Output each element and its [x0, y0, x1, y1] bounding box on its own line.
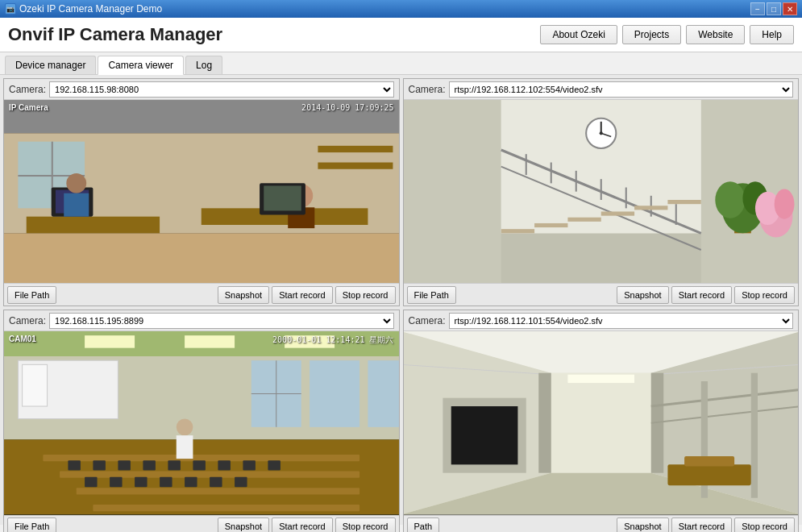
- camera-3-start-record-button[interactable]: Start record: [272, 517, 332, 532]
- title-bar: 📷 Ozeki IP Camera Manager Demo − □ ✕: [0, 0, 802, 18]
- camera-3-stop-record-button[interactable]: Stop record: [335, 517, 396, 532]
- svg-rect-68: [93, 461, 106, 471]
- camera-3-label: Camera:: [9, 315, 46, 326]
- svg-rect-11: [64, 193, 89, 217]
- svg-rect-36: [600, 211, 634, 215]
- svg-point-83: [177, 419, 193, 436]
- svg-rect-63: [43, 455, 359, 461]
- svg-rect-69: [118, 461, 131, 471]
- camera-3-scene: [4, 331, 399, 514]
- camera-1-filepath-button[interactable]: File Path: [7, 286, 56, 304]
- svg-rect-97: [451, 406, 517, 464]
- camera-1-header: Camera: 192.168.115.98:8080: [4, 79, 399, 100]
- camera-2-scene: [404, 100, 799, 283]
- camera-4-start-record-button[interactable]: Start record: [671, 517, 732, 532]
- window-title: Ozeki IP Camera Manager Demo: [19, 3, 162, 15]
- camera-3-select[interactable]: 192.168.115.195:8899: [49, 313, 393, 329]
- camera-3-filepath-button[interactable]: File Path: [7, 517, 56, 532]
- camera-3-snapshot-button[interactable]: Snapshot: [218, 517, 269, 532]
- header-buttons: About Ozeki Projects Website Help: [540, 25, 794, 44]
- camera-1-select[interactable]: 192.168.115.98:8080: [49, 81, 393, 98]
- svg-rect-74: [243, 461, 256, 471]
- camera-2-start-record-button[interactable]: Start record: [671, 286, 732, 304]
- svg-rect-80: [185, 477, 197, 487]
- camera-grid: Camera: 192.168.115.98:8080: [0, 75, 802, 525]
- svg-rect-75: [268, 461, 280, 471]
- camera-2-header: Camera: rtsp://192.168.112.102:554/video…: [404, 79, 799, 100]
- camera-panel-1: Camera: 192.168.115.98:8080: [3, 78, 400, 306]
- camera-1-stop-record-button[interactable]: Stop record: [335, 286, 396, 304]
- svg-rect-103: [667, 465, 750, 486]
- svg-rect-53: [185, 336, 235, 349]
- svg-rect-72: [193, 461, 206, 471]
- svg-rect-17: [318, 146, 393, 152]
- device-manager-tab[interactable]: Device manager: [5, 56, 96, 74]
- title-bar-left: 📷 Ozeki IP Camera Manager Demo: [5, 3, 162, 15]
- app-icon: 📷: [5, 3, 16, 15]
- help-button[interactable]: Help: [750, 25, 794, 44]
- camera-1-overlay-label: IP Camera: [9, 103, 48, 112]
- camera-1-snapshot-button[interactable]: Snapshot: [218, 286, 269, 304]
- svg-rect-104: [684, 456, 734, 466]
- svg-rect-65: [77, 488, 359, 495]
- camera-2-feed: [404, 100, 799, 283]
- camera-1-scene: [4, 100, 399, 283]
- camera-3-controls: File Path Snapshot Start record Stop rec…: [4, 515, 399, 532]
- camera-2-label: Camera:: [409, 84, 446, 95]
- camera-1-start-record-button[interactable]: Start record: [272, 286, 332, 304]
- svg-rect-84: [177, 436, 193, 459]
- log-tab[interactable]: Log: [185, 56, 222, 74]
- svg-rect-90: [551, 373, 650, 473]
- website-button[interactable]: Website: [686, 25, 745, 44]
- camera-2-stop-record-button[interactable]: Stop record: [734, 286, 795, 304]
- svg-rect-18: [318, 163, 393, 169]
- tab-bar: Device manager Camera viewer Log: [0, 52, 802, 75]
- camera-4-feed: [404, 331, 799, 514]
- camera-viewer-tab[interactable]: Camera viewer: [98, 56, 184, 75]
- svg-rect-102: [750, 373, 757, 498]
- svg-rect-67: [68, 461, 81, 471]
- camera-4-controls: Path Snapshot Start record Stop record: [404, 515, 799, 532]
- svg-rect-85: [23, 365, 48, 407]
- svg-rect-64: [60, 472, 359, 478]
- svg-rect-37: [634, 206, 667, 210]
- maximize-button[interactable]: □: [767, 2, 781, 15]
- svg-rect-2: [4, 233, 399, 283]
- minimize-button[interactable]: −: [750, 2, 765, 15]
- camera-2-controls: File Path Snapshot Start record Stop rec…: [404, 283, 799, 305]
- svg-point-41: [715, 181, 745, 218]
- svg-rect-82: [235, 477, 247, 487]
- camera-2-snapshot-button[interactable]: Snapshot: [617, 286, 668, 304]
- camera-4-scene: [404, 331, 799, 514]
- svg-point-45: [774, 189, 794, 219]
- camera-panel-2: Camera: rtsp://192.168.112.102:554/video…: [403, 78, 800, 306]
- camera-panel-4: Camera: rtsp://192.168.112.101:554/video…: [403, 310, 800, 532]
- camera-4-snapshot-button[interactable]: Snapshot: [617, 517, 668, 532]
- svg-rect-79: [160, 477, 172, 487]
- svg-rect-94: [538, 373, 551, 473]
- camera-3-timestamp: 2000-01-01 12:14:21 星期六: [272, 335, 393, 346]
- camera-1-label: Camera:: [9, 84, 46, 95]
- about-ozeki-button[interactable]: About Ozeki: [540, 25, 617, 44]
- projects-button[interactable]: Projects: [622, 25, 681, 44]
- camera-4-label: Camera:: [409, 315, 446, 326]
- svg-rect-98: [567, 375, 634, 383]
- camera-4-filepath-button[interactable]: Path: [407, 517, 440, 532]
- camera-4-select[interactable]: rtsp://192.168.112.101:554/video2.sfv: [449, 313, 793, 329]
- app-title: Onvif IP Camera Manager: [8, 24, 222, 45]
- svg-rect-77: [110, 477, 123, 487]
- svg-rect-73: [218, 461, 231, 471]
- camera-2-filepath-button[interactable]: File Path: [407, 286, 456, 304]
- svg-rect-58: [368, 361, 398, 428]
- svg-rect-57: [310, 361, 359, 428]
- svg-rect-21: [404, 100, 501, 283]
- camera-3-overlay-label: CAM01: [9, 335, 36, 343]
- camera-4-stop-record-button[interactable]: Stop record: [734, 517, 795, 532]
- camera-3-header: Camera: 192.168.115.195:8899: [4, 310, 399, 331]
- svg-rect-16: [264, 185, 301, 210]
- svg-rect-35: [567, 218, 600, 222]
- close-button[interactable]: ✕: [783, 2, 797, 15]
- title-bar-controls[interactable]: − □ ✕: [750, 2, 797, 15]
- camera-2-select[interactable]: rtsp://192.168.112.102:554/video2.sfv: [449, 81, 793, 98]
- camera-4-header: Camera: rtsp://192.168.112.101:554/video…: [404, 310, 799, 331]
